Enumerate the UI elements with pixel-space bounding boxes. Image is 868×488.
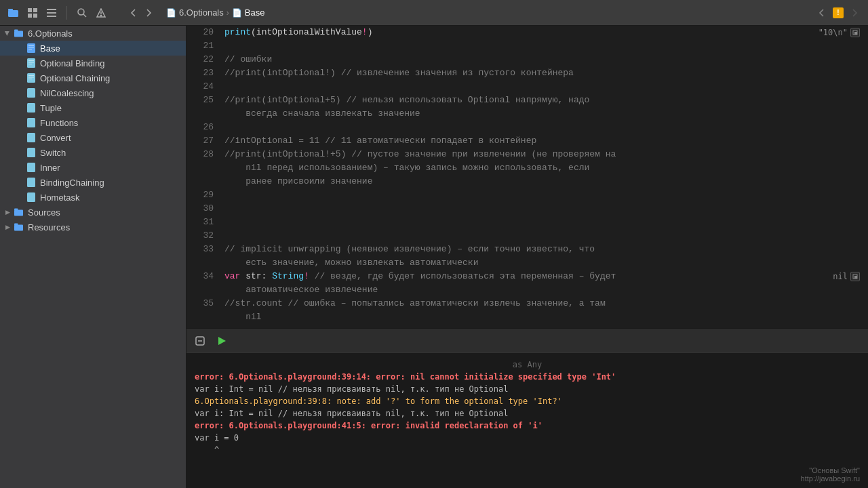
svg-rect-20 bbox=[27, 58, 35, 68]
svg-rect-3 bbox=[33, 8, 37, 12]
sidebar-functions-label: Functions bbox=[40, 118, 186, 128]
folder-icon bbox=[14, 28, 24, 39]
svg-rect-0 bbox=[8, 10, 18, 17]
sidebar-nilcoalescing-label: NilCoalescing bbox=[40, 88, 186, 98]
svg-rect-14 bbox=[14, 31, 23, 37]
code-content[interactable]: print(intOptionalWithValue!) "10\n" // о… bbox=[219, 26, 868, 328]
code-editor[interactable]: 20 21 22 23 24 25 25 26 27 28 28 28 29 3… bbox=[186, 26, 868, 328]
toolbar: 📄 6.Optionals › 📄 Base ! bbox=[0, 0, 868, 26]
file-icon bbox=[26, 102, 37, 113]
content-area: 20 21 22 23 24 25 25 26 27 28 28 28 29 3… bbox=[186, 26, 868, 488]
sidebar-base-label: Base bbox=[40, 43, 186, 54]
svg-point-13 bbox=[100, 15, 102, 16]
svg-rect-34 bbox=[27, 178, 35, 187]
sidebar-item-functions[interactable]: ▶ Functions bbox=[0, 115, 186, 130]
arrow-icon: ▶ bbox=[3, 222, 12, 232]
sidebar-item-sources[interactable]: ▶ Sources bbox=[0, 205, 186, 220]
list-icon[interactable] bbox=[45, 6, 58, 20]
sidebar-item-hometask[interactable]: ▶ Hometask bbox=[0, 190, 186, 205]
svg-rect-30 bbox=[27, 118, 35, 127]
svg-rect-29 bbox=[27, 103, 35, 113]
svg-line-10 bbox=[83, 14, 86, 17]
sidebar-item-switch[interactable]: ▶ Switch bbox=[0, 145, 186, 160]
folder-icon[interactable] bbox=[7, 6, 20, 20]
sidebar-item-optional-binding[interactable]: ▶ Optional Binding bbox=[0, 56, 186, 70]
svg-point-9 bbox=[78, 9, 84, 15]
output-wrapper: as Any error: 6.Optionals.playground:39:… bbox=[186, 352, 868, 488]
file-icon bbox=[26, 147, 37, 158]
output-secondary-2: var i: Int = nil // нельзя присваивать n… bbox=[195, 407, 860, 420]
run-button[interactable] bbox=[214, 333, 230, 349]
svg-rect-16 bbox=[27, 43, 35, 53]
nav-back-button[interactable] bbox=[127, 6, 140, 20]
nav-prev-icon[interactable] bbox=[815, 6, 829, 20]
output-error-2: error: 6.Optionals.playground:41:5: erro… bbox=[195, 420, 860, 432]
sources-folder-icon bbox=[14, 207, 24, 218]
svg-rect-15 bbox=[14, 30, 18, 32]
svg-rect-41 bbox=[854, 32, 857, 35]
sidebar-item-base[interactable]: ▶ Base bbox=[0, 41, 186, 56]
svg-rect-24 bbox=[27, 73, 35, 83]
output-secondary-1: var i: Int = nil // нельзя присваивать n… bbox=[195, 383, 860, 395]
warning-triangle-icon[interactable] bbox=[94, 6, 108, 20]
file-icon bbox=[26, 43, 37, 54]
svg-rect-38 bbox=[14, 225, 23, 231]
svg-rect-35 bbox=[27, 192, 35, 202]
resources-folder-icon bbox=[14, 222, 24, 232]
svg-rect-7 bbox=[47, 12, 56, 14]
svg-rect-17 bbox=[28, 45, 34, 46]
sidebar-item-nil-coalescing[interactable]: ▶ NilCoalescing bbox=[0, 85, 186, 100]
output-note-1: 6.Optionals.playground:39:8: note: add '… bbox=[195, 395, 860, 407]
svg-rect-27 bbox=[28, 79, 32, 79]
svg-rect-5 bbox=[33, 14, 37, 18]
svg-rect-2 bbox=[28, 8, 32, 12]
collapse-button[interactable] bbox=[192, 333, 208, 349]
file-icon bbox=[26, 162, 37, 173]
sidebar-hometask-label: Hometask bbox=[40, 192, 186, 203]
output-secondary-4: ^ bbox=[195, 444, 860, 456]
arrow-icon: ▶ bbox=[3, 207, 12, 217]
output-secondary-3: var i = 0 bbox=[195, 432, 860, 444]
sidebar-item-convert[interactable]: ▶ Convert bbox=[0, 130, 186, 145]
search-icon[interactable] bbox=[75, 6, 89, 20]
grid-icon[interactable] bbox=[26, 6, 39, 20]
sidebar-item-optionals[interactable]: ▶ 6.Optionals bbox=[0, 26, 186, 41]
file-icon bbox=[26, 58, 37, 68]
svg-rect-37 bbox=[14, 209, 18, 211]
svg-rect-25 bbox=[28, 75, 34, 76]
nav-next-icon bbox=[848, 6, 861, 20]
svg-marker-46 bbox=[218, 337, 226, 345]
sidebar-item-optional-chaining[interactable]: ▶ Optional Chaining bbox=[0, 70, 186, 85]
sidebar-tuple-label: Tuple bbox=[40, 103, 186, 113]
editor-body[interactable]: 20 21 22 23 24 25 25 26 27 28 28 28 29 3… bbox=[186, 26, 868, 328]
svg-rect-4 bbox=[28, 14, 32, 18]
output-error-1: error: 6.Optionals.playground:39:14: err… bbox=[195, 371, 860, 383]
file-icon bbox=[26, 117, 37, 128]
main-area: ▶ 6.Optionals ▶ Base bbox=[0, 26, 868, 488]
breadcrumb: 📄 6.Optionals › 📄 Base bbox=[166, 7, 264, 18]
file-icon bbox=[26, 132, 37, 143]
output-panel[interactable]: as Any error: 6.Optionals.playground:39:… bbox=[186, 352, 868, 488]
sidebar-convert-label: Convert bbox=[40, 133, 186, 143]
file-icon bbox=[26, 192, 37, 203]
svg-rect-22 bbox=[28, 62, 34, 63]
svg-rect-6 bbox=[47, 9, 56, 10]
warning-badge: ! bbox=[833, 7, 844, 18]
sidebar-item-inner[interactable]: ▶ Inner bbox=[0, 160, 186, 175]
nav-forward-button[interactable] bbox=[142, 6, 155, 20]
sidebar-root-label: 6.Optionals bbox=[28, 28, 186, 39]
breadcrumb-item-optionals[interactable]: 6.Optionals bbox=[179, 7, 224, 18]
svg-rect-36 bbox=[14, 210, 23, 216]
sidebar-switch-label: Switch bbox=[40, 148, 186, 158]
svg-rect-26 bbox=[28, 77, 34, 78]
svg-rect-8 bbox=[47, 16, 56, 17]
sidebar-item-tuple[interactable]: ▶ Tuple bbox=[0, 100, 186, 115]
separator bbox=[66, 6, 67, 20]
breadcrumb-item-base[interactable]: Base bbox=[245, 7, 265, 18]
sidebar-item-binding-chaining[interactable]: ▶ BindingChaining bbox=[0, 175, 186, 190]
sidebar-sources-label: Sources bbox=[28, 207, 186, 218]
output-branding: "Основы Swift" http://javabegin.ru bbox=[801, 466, 860, 483]
svg-rect-33 bbox=[27, 163, 35, 172]
sidebar-item-resources[interactable]: ▶ Resources bbox=[0, 220, 186, 235]
svg-rect-23 bbox=[28, 64, 32, 64]
